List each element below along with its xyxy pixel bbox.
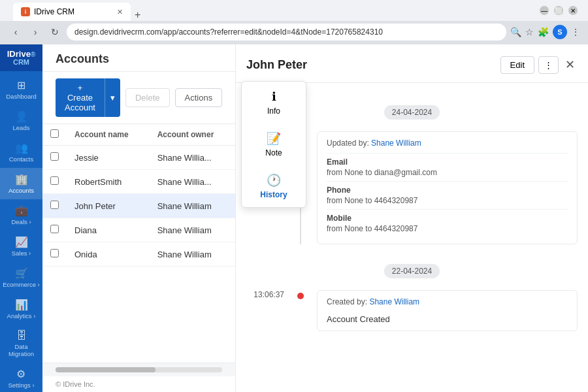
timeline-dot-2 (297, 293, 304, 299)
deals-icon: 💼 (15, 204, 28, 217)
table-row[interactable]: Onida Shane William (42, 242, 235, 267)
sales-icon: 📈 (15, 236, 28, 248)
toolbar: + Create Account ▾ Delete Actions (42, 72, 235, 124)
table-row[interactable]: John Peter Shane William (42, 194, 235, 218)
history-card-header-2: Created by: Shane William (327, 297, 568, 306)
actions-button[interactable]: Actions (175, 88, 223, 107)
sidebar-item-accounts[interactable]: 🏢 Accounts (0, 168, 42, 199)
sidebar-item-data-migration[interactable]: 🗄 Data Migration (0, 325, 42, 363)
search-icon-btn[interactable]: 🔍 (510, 27, 521, 37)
created-by-prefix: Created by: (327, 297, 369, 306)
row-checkbox-0[interactable] (50, 152, 59, 161)
field-value-email: from None to diana@gmail.com (327, 168, 568, 177)
sidebar-label-analytics: Analytics › (7, 312, 36, 319)
browser-chrome: i IDrive CRM ✕ + — ⬜ ✕ ‹ › ↻ 🔍 ☆ 🧩 S ⋮ (0, 0, 588, 44)
more-options-button[interactable]: ⋮ (538, 56, 559, 74)
field-change-phone: Phone from None to 4464320987 (327, 181, 568, 209)
row-checkbox-1[interactable] (50, 176, 59, 185)
field-change-mobile: Mobile from None to 4464320987 (327, 209, 568, 237)
bookmark-icon-btn[interactable]: ☆ (525, 27, 534, 37)
tab-title: IDrive CRM (34, 7, 74, 16)
popup-item-history[interactable]: 🕐 History (242, 165, 306, 207)
leads-icon: 👤 (15, 110, 28, 123)
extension-icon-btn[interactable]: 🧩 (538, 27, 549, 37)
sidebar-bottom: ⚙ Settings › (5, 363, 37, 392)
sidebar-item-deals[interactable]: 💼 Deals › (0, 199, 42, 231)
delete-button[interactable]: Delete (125, 88, 170, 107)
page-header: Accounts (42, 44, 235, 72)
active-tab[interactable]: i IDrive CRM ✕ (13, 3, 131, 21)
dashboard-icon: ⊞ (17, 79, 25, 91)
sidebar-item-ecommerce[interactable]: 🛒 Ecommerce › (0, 262, 42, 293)
info-icon: ℹ (272, 90, 276, 104)
analytics-icon: 📊 (15, 299, 28, 311)
row-checkbox-4[interactable] (50, 249, 59, 257)
create-account-button[interactable]: + Create Account (56, 78, 105, 117)
close-detail-panel-button[interactable]: ✕ (563, 55, 578, 74)
popup-info-label: Info (267, 106, 280, 116)
menu-icon-btn[interactable]: ⋮ (571, 27, 580, 37)
minimize-button[interactable]: — (540, 6, 549, 15)
select-all-checkbox[interactable] (50, 129, 59, 138)
sidebar-item-analytics[interactable]: 📊 Analytics › (0, 293, 42, 325)
sidebar-label-dashboard: Dashboard (6, 93, 36, 100)
tab-close-button[interactable]: ✕ (117, 8, 123, 16)
table-row[interactable]: Diana Shane William (42, 218, 235, 242)
address-input[interactable] (67, 24, 506, 41)
time-col-2: 13:06:37 (246, 290, 284, 331)
sidebar-item-settings[interactable]: ⚙ Settings › (5, 363, 37, 392)
date-badge-2: 22-04-2024 (384, 264, 440, 278)
sidebar-label-accounts: Accounts (8, 187, 34, 194)
forward-button[interactable]: › (27, 24, 43, 40)
col-account-owner: Account owner (150, 124, 235, 146)
close-button[interactable]: ✕ (568, 6, 578, 15)
col-account-name: Account name (67, 124, 150, 146)
accounts-icon: 🏢 (15, 173, 28, 186)
cell-account-owner-1: Shane Willia... (150, 170, 235, 194)
sidebar-item-leads[interactable]: 👤 Leads (0, 105, 42, 137)
tab-bar: i IDrive CRM ✕ + (8, 0, 537, 21)
popup-item-note[interactable]: 📝 Note (242, 123, 306, 165)
edit-button[interactable]: Edit (500, 56, 534, 74)
table-row[interactable]: Jessie Shane Willia... (42, 146, 235, 170)
cell-account-owner-4: Shane William (150, 242, 235, 267)
history-card-1: Updated by: Shane William Email from Non… (317, 131, 578, 244)
sidebar-label-contacts: Contacts (9, 155, 34, 163)
new-tab-button[interactable]: + (131, 9, 144, 21)
sidebar: IDrive® CRM ⊞ Dashboard 👤 Leads 👥 Contac… (0, 44, 42, 392)
create-account-dropdown-button[interactable]: ▾ (105, 78, 120, 117)
main-content: Accounts + Create Account ▾ Delete Actio… (42, 44, 235, 392)
history-card-2: Created by: Shane William Account Create… (317, 290, 578, 331)
table-row[interactable]: RobertSmith Shane Willia... (42, 170, 235, 194)
history-card-header-1: Updated by: Shane William (327, 139, 568, 148)
cell-account-name-2: John Peter (67, 194, 150, 218)
ecommerce-icon: 🛒 (15, 267, 28, 280)
cell-account-name-3: Diana (67, 218, 150, 242)
maximize-button[interactable]: ⬜ (554, 6, 563, 15)
back-button[interactable]: ‹ (8, 24, 24, 40)
cell-account-name-1: RobertSmith (67, 170, 150, 194)
timeline-col-2 (297, 290, 304, 331)
popup-item-info[interactable]: ℹ Info (242, 82, 306, 123)
sidebar-label-deals: Deals › (11, 218, 31, 225)
account-created-label: Account Created (327, 312, 568, 324)
sidebar-label-leads: Leads (13, 124, 30, 131)
sidebar-item-contacts[interactable]: 👥 Contacts (0, 137, 42, 168)
data-migration-icon: 🗄 (16, 330, 27, 342)
sidebar-label-data-migration: Data Migration (3, 343, 40, 357)
detail-title: John Peter (246, 58, 500, 72)
detail-actions: Edit ⋮ ✕ (500, 55, 578, 74)
field-change-email: Email from None to diana@gmail.com (327, 153, 568, 181)
reload-button[interactable]: ↻ (47, 24, 63, 40)
row-checkbox-2[interactable] (50, 201, 59, 209)
date-group-2: 22-04-2024 (246, 255, 578, 285)
app-container: IDrive® CRM ⊞ Dashboard 👤 Leads 👥 Contac… (0, 44, 588, 392)
accounts-table: Account name Account owner Jessie Shane … (42, 124, 235, 267)
sidebar-nav: ⊞ Dashboard 👤 Leads 👥 Contacts 🏢 Account… (0, 71, 42, 363)
sidebar-item-dashboard[interactable]: ⊞ Dashboard (0, 74, 42, 105)
accounts-table-area: Account name Account owner Jessie Shane … (42, 124, 235, 363)
field-value-phone: from None to 4464320987 (327, 196, 568, 205)
profile-avatar[interactable]: S (553, 25, 567, 39)
row-checkbox-3[interactable] (50, 225, 59, 233)
sidebar-item-sales[interactable]: 📈 Sales › (0, 231, 42, 262)
